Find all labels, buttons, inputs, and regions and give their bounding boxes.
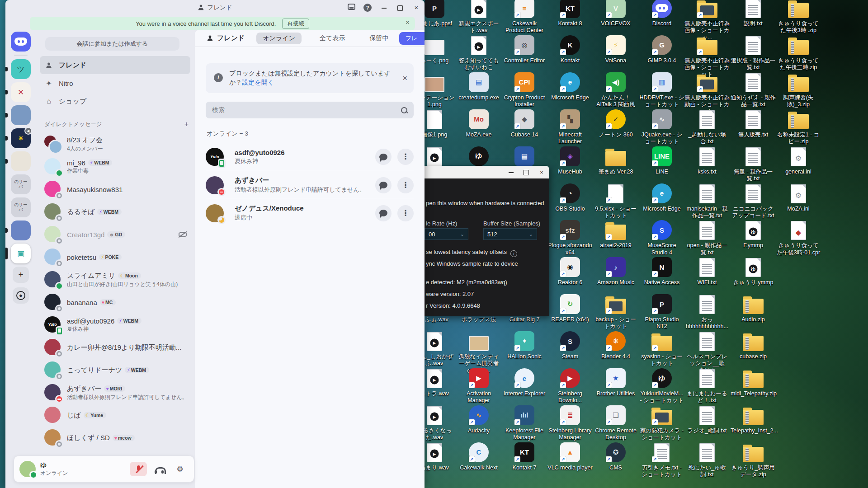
desktop-icon[interactable]: ◎↗Controller Editor [502,33,547,64]
deafen-button[interactable] [151,462,168,476]
desktop-icon[interactable]: ✪↗CMS [593,440,638,471]
desktop-icon[interactable]: ◆↗Cubase 14 [502,107,547,138]
search-input[interactable]: 検索 [206,102,414,118]
desktop-icon[interactable]: ★↗Brother Utilities [593,366,638,397]
desktop-icon[interactable]: ❋↗Blender 4.4 [593,328,638,360]
more-options-button[interactable]: ⋮ [397,205,414,221]
inbox-button[interactable] [343,4,359,11]
desktop-icon[interactable]: CPI↗Crypton Product Installer [502,70,547,108]
dm-list-item[interactable]: るるそば⚡WEBM [40,201,192,223]
desktop-icon[interactable]: cubase.zip [731,328,776,360]
discover-button[interactable]: ◆ [13,287,29,304]
tab-online[interactable]: オンライン [256,33,302,44]
server-icon[interactable]: のサーバ [11,197,31,217]
desktop-icon[interactable]: open - 親作品一覧.txt [684,217,730,256]
maximize-button[interactable] [392,4,408,11]
desktop-icon[interactable]: Audio.zip [731,291,776,323]
banner-close-icon[interactable]: × [402,72,407,84]
desktop-icon[interactable]: ニコニコバックアップコード.txt [731,181,776,220]
desktop-icon[interactable]: ≡↗Cakewalk Product Center [502,0,547,34]
desktop-icon[interactable]: K↗Kontakt [547,33,593,64]
dialog-minimize-button[interactable] [503,169,519,176]
minimize-button[interactable] [376,4,392,11]
dm-list-item[interactable]: bananana♥MC [40,291,192,314]
desktop-icon[interactable]: ↗家の防犯カメラ - ショートカット [639,403,684,441]
desktop-icon[interactable]: _起動しない場合.txt [684,107,730,145]
add-friend-button[interactable]: フレ [399,32,425,45]
desktop-icon[interactable]: ⚙general.ini [776,144,821,175]
open-settings-link[interactable]: 設定を開く [242,79,274,86]
dm-list-item[interactable]: poketetsu⚡POKE [40,246,192,268]
desktop-icon[interactable]: ⚡↗VoiSona [593,33,638,64]
desktop-icon[interactable]: S↗Steam [547,328,593,360]
desktop-icon[interactable]: ⚙MoZA.ini [776,181,821,212]
desktop-icon[interactable]: KT↗Kontakt 8 [547,0,593,27]
friend-row[interactable]: Yutoasdf@yuto0926夏休み神⋮ [206,143,414,171]
desktop-icon[interactable]: ▚↗Minecraft Launcher [547,107,593,145]
tab-all[interactable]: 全て表示 [313,33,351,44]
server-icon[interactable] [11,105,31,125]
nav-shop[interactable]: ⌂ ショップ [40,92,190,110]
desktop-icon[interactable]: ▲↗VLC media player [547,440,593,471]
desktop-icon[interactable]: P↗Piapro Studio NT2 [639,291,684,330]
desktop-icon[interactable]: 通知うぜえ - 親作品一覧.txt [731,70,776,108]
dialog-maximize-button[interactable] [519,169,534,176]
desktop-icon[interactable]: ✓↗ノートン 360 [593,107,638,138]
desktop-icon[interactable]: ゆF.ymmp [731,217,776,249]
desktop-icon[interactable]: 名称未設定1 - コピー.zip [776,107,821,145]
close-button[interactable]: × [408,4,425,11]
hardware-connected-option[interactable]: pen this window when hardware is connect… [426,200,547,206]
desktop-icon[interactable]: きゅうり食ってた午後三時.zip [776,33,821,71]
desktop-icon[interactable]: ↗Discord [639,0,684,27]
desktop-icon[interactable]: ◔↗OBS Studio [547,181,593,212]
desktop-icon[interactable]: 選択肢 - 親作品一覧.txt [731,33,776,71]
mute-microphone-button[interactable] [130,462,147,476]
user-avatar[interactable] [19,461,36,477]
tab-pending[interactable]: 保留中 [363,33,395,44]
desktop-icon[interactable]: ◆きゅうり食ってた午後3時-01.cpr [776,217,821,256]
desktop-icon[interactable]: 無題 - 親作品一覧.txt [731,144,776,183]
desktop-icon[interactable]: ◈↗MuseHub [547,144,593,175]
desktop-icon[interactable]: ▶新規エクスポート.wav [456,0,501,34]
message-button[interactable] [375,177,392,193]
dm-list-item[interactable]: ほしくず / SD♥meow [40,427,192,449]
desktop-icon[interactable]: ✦↗HALion Sonic [502,328,547,360]
desktop-icon[interactable]: ↗backup - ショートカット [593,291,638,330]
desktop-icon[interactable]: G↗GIMP 3.0.4 [639,33,684,64]
desktop-icon[interactable]: ↗9.5.xlsx - ショートカット [593,181,638,220]
desktop-icon[interactable]: V↗VOICEVOX [593,0,638,27]
desktop-icon[interactable]: WIFI.txt [684,254,730,286]
desktop-icon[interactable]: MoMoZA.exe [456,107,501,138]
desktop-icon[interactable]: ▶↗Steinberg Downlo... [547,366,593,404]
message-button[interactable] [375,149,392,165]
reconnect-button[interactable]: 再接続 [282,19,309,29]
desktop-icon[interactable]: 調声練習(失敗)_3.zip [776,70,821,108]
desktop-icon[interactable]: ↻↗REAPER (x64) [547,291,593,323]
desktop-icon[interactable]: Telepathy_Inst_2... [731,403,776,434]
nav-friends[interactable]: フレンド [40,56,190,74]
desktop-icon[interactable]: ♪↗Amazon Music [593,254,638,286]
desktop-icon[interactable]: sfz↗Plogue sforzando x64 [547,217,593,256]
nav-nitro[interactable]: ✦ Nitro [40,74,190,92]
desktop-icon[interactable]: S↗MuseScore Studio 4 [639,217,684,256]
desktop-icon[interactable]: おっhhhhhhhhhhhh... [684,291,730,330]
lowest-latency-option[interactable]: se lowest latency safety offsetsi [426,249,547,257]
friend-row[interactable]: あずきバー活動者様以外原則フレンド申請許可してません。⋮ [206,171,414,199]
server-icon[interactable]: ツ [11,59,31,79]
desktop-icon[interactable]: N↗Native Access [639,254,684,286]
dialog-close-button[interactable]: × [534,169,549,176]
desktop-icon[interactable]: きゅうり_調声用データ.zip [731,440,776,479]
server-icon[interactable]: のサーバ [11,174,31,194]
desktop-icon[interactable]: ゆきゅうり.ymmp [731,254,776,286]
dm-list-item[interactable]: スライムアミサ☾Moon山田と山田が好き(山田リョウと笑う4体の山) [40,268,192,291]
dm-list-item[interactable]: じば☾Yume [40,404,192,427]
desktop-icon[interactable]: きゅうり食ってた午後3時 .zip [776,0,821,34]
help-button[interactable]: ? [359,3,376,12]
desktop-icon[interactable]: ↗syasinn - ショートカット [639,328,684,367]
desktop-icon[interactable]: KT↗Kontakt 7 [502,440,547,471]
desktop-icon[interactable]: ▶↗Activation Manager [456,366,501,404]
desktop-icon[interactable]: ▤ [502,144,547,169]
message-button[interactable] [375,205,392,221]
desktop-icon[interactable]: LINE↗LINE [639,144,684,175]
dm-list-item[interactable]: カレー卯丼@8/19より期限不明活動... [40,336,192,359]
